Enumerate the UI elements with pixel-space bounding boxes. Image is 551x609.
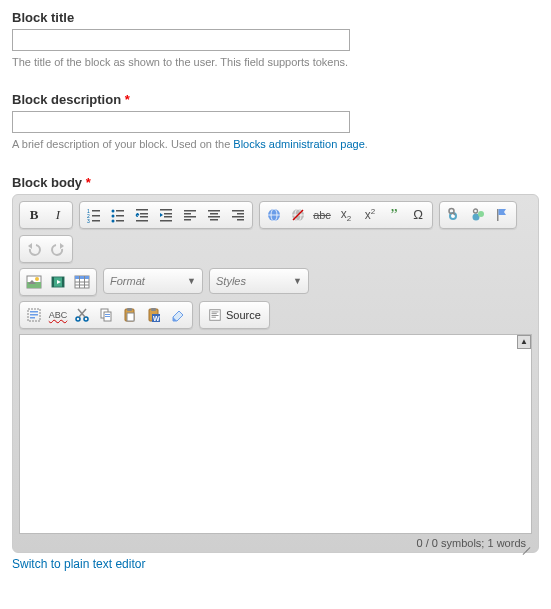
selectall-button[interactable]	[22, 304, 46, 326]
svg-rect-70	[105, 316, 110, 317]
svg-rect-62	[30, 317, 35, 319]
svg-rect-61	[30, 314, 38, 316]
source-button[interactable]: Source	[202, 304, 267, 326]
block-description-input[interactable]	[12, 111, 350, 133]
replace-button[interactable]	[466, 204, 490, 226]
svg-rect-22	[184, 216, 196, 218]
svg-rect-21	[184, 213, 191, 215]
strike-button[interactable]: abc	[310, 204, 334, 226]
numbered-list-icon: 123	[86, 207, 102, 223]
svg-rect-82	[212, 317, 216, 318]
find-button[interactable]	[442, 204, 466, 226]
block-title-label: Block title	[12, 10, 539, 25]
media-button[interactable]	[46, 271, 70, 293]
spellcheck-button[interactable]: ABC	[46, 304, 70, 326]
styles-label: Styles	[216, 275, 246, 287]
styles-dropdown[interactable]: Styles ▼	[209, 268, 309, 294]
image-button[interactable]	[22, 271, 46, 293]
blockquote-button[interactable]: ”	[382, 204, 406, 226]
format-label: Format	[110, 275, 145, 287]
spellcheck-icon: ABC	[49, 310, 68, 320]
svg-rect-73	[127, 313, 134, 321]
align-left-button[interactable]	[178, 204, 202, 226]
svg-rect-46	[497, 209, 499, 221]
resize-handle[interactable]	[518, 538, 530, 550]
outdent-button[interactable]	[130, 204, 154, 226]
svg-rect-31	[237, 219, 244, 221]
svg-rect-20	[184, 210, 196, 212]
cut-button[interactable]	[70, 304, 94, 326]
paste-word-button[interactable]: W	[142, 304, 166, 326]
svg-line-65	[79, 309, 86, 317]
editor-content-area[interactable]: ▲	[19, 334, 532, 534]
svg-rect-29	[237, 213, 244, 215]
image-icon	[26, 274, 42, 290]
svg-rect-1	[92, 210, 100, 212]
italic-button[interactable]: I	[46, 204, 70, 226]
svg-point-49	[35, 277, 39, 281]
link-button[interactable]	[262, 204, 286, 226]
specialchar-button[interactable]: Ω	[406, 204, 430, 226]
svg-rect-26	[208, 216, 220, 218]
superscript-button[interactable]: x2	[358, 204, 382, 226]
undo-icon	[26, 241, 42, 257]
redo-icon	[50, 241, 66, 257]
scissors-icon	[74, 307, 90, 323]
bullet-list-button[interactable]	[106, 204, 130, 226]
table-icon	[74, 274, 90, 290]
anchor-button[interactable]	[490, 204, 514, 226]
rich-text-editor: B I 123 abc x2 x2 ” Ω	[12, 194, 539, 553]
omega-icon: Ω	[413, 207, 423, 222]
table-button[interactable]	[70, 271, 94, 293]
svg-rect-52	[62, 277, 64, 287]
svg-rect-24	[208, 210, 220, 212]
unlink-button[interactable]	[286, 204, 310, 226]
undo-button[interactable]	[22, 238, 46, 260]
svg-rect-81	[212, 315, 219, 316]
copy-icon	[98, 307, 114, 323]
svg-rect-80	[212, 313, 217, 314]
svg-point-44	[478, 211, 484, 217]
svg-rect-13	[140, 213, 148, 215]
svg-rect-51	[52, 277, 54, 287]
align-right-button[interactable]	[226, 204, 250, 226]
flag-icon	[494, 207, 510, 223]
svg-rect-30	[232, 216, 244, 218]
blocks-admin-link[interactable]: Blocks administration page	[233, 138, 364, 150]
link-icon	[266, 207, 282, 223]
svg-rect-72	[127, 308, 132, 311]
triangle-up-icon: ▲	[520, 337, 528, 346]
paste-button[interactable]	[118, 304, 142, 326]
scroll-up-button[interactable]: ▲	[517, 335, 531, 349]
bold-button[interactable]: B	[22, 204, 46, 226]
redo-button[interactable]	[46, 238, 70, 260]
svg-point-6	[112, 209, 115, 212]
subscript-button[interactable]: x2	[334, 204, 358, 226]
align-left-icon	[182, 207, 198, 223]
svg-rect-60	[30, 311, 38, 313]
svg-rect-79	[212, 311, 219, 312]
svg-rect-19	[160, 220, 172, 222]
subscript-icon: x2	[341, 207, 351, 223]
svg-rect-15	[136, 220, 148, 222]
indent-icon	[158, 207, 174, 223]
switch-plain-text-link[interactable]: Switch to plain text editor	[12, 557, 145, 571]
format-dropdown[interactable]: Format ▼	[103, 268, 203, 294]
svg-rect-23	[184, 219, 191, 221]
indent-button[interactable]	[154, 204, 178, 226]
block-description-label: Block description *	[12, 92, 539, 107]
align-right-icon	[230, 207, 246, 223]
numbered-list-button[interactable]: 123	[82, 204, 106, 226]
svg-rect-7	[116, 210, 124, 212]
align-center-icon	[206, 207, 222, 223]
remove-format-button[interactable]	[166, 304, 190, 326]
copy-button[interactable]	[94, 304, 118, 326]
eraser-icon	[170, 307, 186, 323]
svg-rect-17	[164, 213, 172, 215]
italic-icon: I	[56, 207, 60, 223]
block-title-input[interactable]	[12, 29, 350, 51]
svg-rect-27	[210, 219, 218, 221]
required-marker: *	[86, 175, 91, 190]
align-center-button[interactable]	[202, 204, 226, 226]
source-icon	[208, 308, 222, 322]
